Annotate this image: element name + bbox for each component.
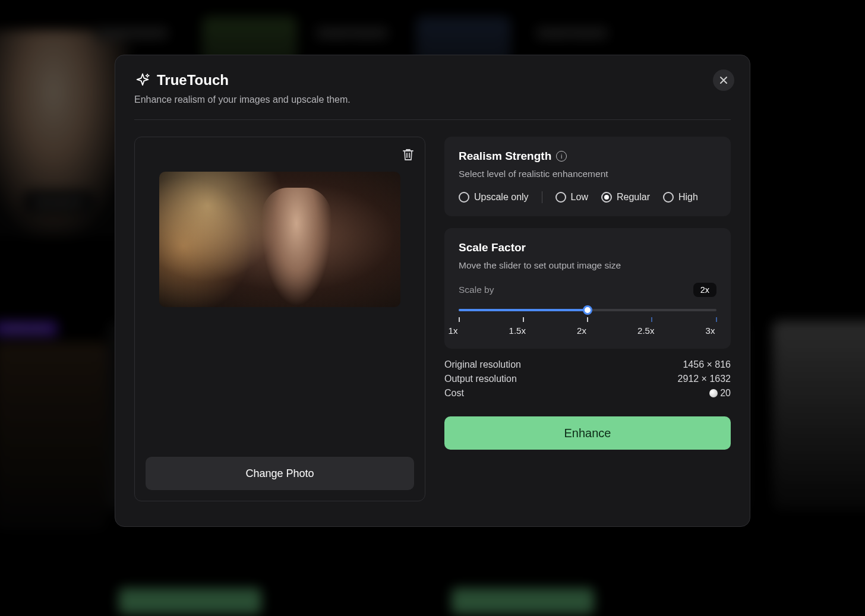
realism-subtitle: Select level of realistic enhancement xyxy=(459,169,716,179)
tick-label: 2.5x xyxy=(634,326,658,336)
info-icon[interactable]: i xyxy=(556,151,567,162)
scale-subtitle: Move the slider to set output image size xyxy=(459,260,716,271)
radio-label: Regular xyxy=(617,192,650,203)
slider-thumb[interactable] xyxy=(583,305,592,315)
photo-preview-box: Change Photo xyxy=(134,137,425,501)
coin-icon xyxy=(709,389,718,397)
output-res-label: Output resolution xyxy=(444,374,517,384)
scale-by-label: Scale by xyxy=(459,285,494,295)
trash-icon xyxy=(402,148,414,161)
radio-high[interactable]: High xyxy=(663,192,698,203)
original-res-value: 1456 × 816 xyxy=(683,359,731,370)
divider-vertical xyxy=(542,191,542,203)
enhance-button[interactable]: Enhance xyxy=(444,416,731,450)
modal-title: TrueTouch xyxy=(157,72,229,89)
tick-label: 3x xyxy=(699,326,722,336)
radio-low[interactable]: Low xyxy=(555,192,588,203)
scale-factor-panel: Scale Factor Move the slider to set outp… xyxy=(444,228,731,349)
radio-label: High xyxy=(678,192,698,203)
radio-icon xyxy=(459,192,469,203)
radio-icon-selected xyxy=(601,192,612,203)
output-res-value: 2912 × 1632 xyxy=(678,374,731,384)
close-icon xyxy=(719,75,728,85)
realism-strength-panel: Realism Strength i Select level of reali… xyxy=(444,137,731,216)
divider xyxy=(134,119,731,120)
radio-label: Low xyxy=(571,192,588,203)
scale-title: Scale Factor xyxy=(459,241,716,254)
tick-label: 1.5x xyxy=(506,326,529,336)
change-photo-button[interactable]: Change Photo xyxy=(146,457,414,490)
sparkle-icon xyxy=(134,72,151,89)
original-res-label: Original resolution xyxy=(444,359,521,370)
scale-slider[interactable]: 1x 1.5x 2x 2.5x 3x xyxy=(459,309,716,336)
modal-subtitle: Enhance realism of your images and upsca… xyxy=(134,94,731,105)
radio-label: Upscale only xyxy=(474,192,529,203)
radio-upscale-only[interactable]: Upscale only xyxy=(459,192,529,203)
truetouch-modal: TrueTouch Enhance realism of your images… xyxy=(115,55,750,527)
photo-thumbnail xyxy=(159,172,400,307)
cost-label: Cost xyxy=(444,388,464,399)
scale-value-badge: 2x xyxy=(693,283,716,297)
resolution-stats: Original resolution 1456 × 816 Output re… xyxy=(444,359,731,399)
realism-title: Realism Strength xyxy=(459,150,551,163)
tick-label: 1x xyxy=(441,326,465,336)
radio-icon xyxy=(663,192,674,203)
delete-photo-button[interactable] xyxy=(402,148,414,163)
modal-backdrop: TrueTouch Enhance realism of your images… xyxy=(0,0,865,616)
close-button[interactable] xyxy=(713,70,734,91)
radio-icon xyxy=(555,192,566,203)
tick-label: 2x xyxy=(570,326,593,336)
cost-value: 20 xyxy=(709,388,731,399)
radio-regular[interactable]: Regular xyxy=(601,192,650,203)
